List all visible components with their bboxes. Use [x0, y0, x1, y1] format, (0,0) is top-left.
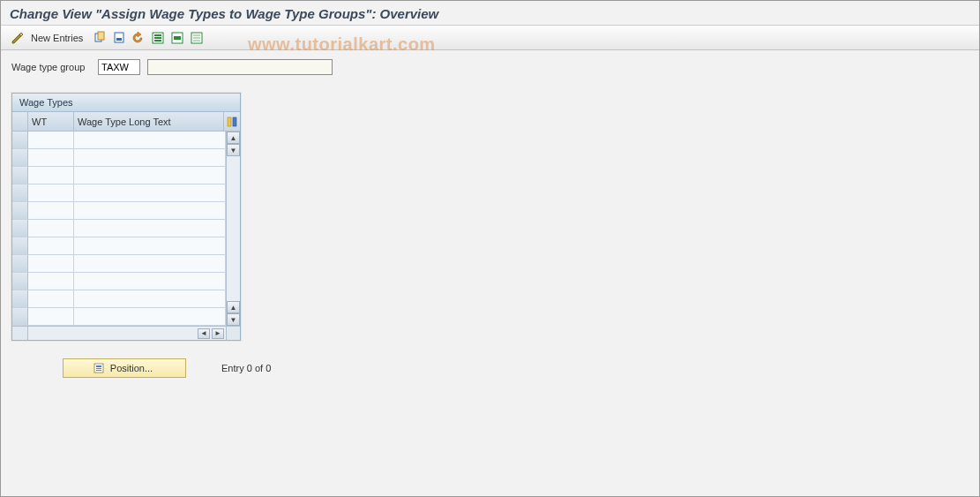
svg-rect-9	[174, 36, 181, 40]
table-row	[12, 290, 226, 308]
select-all-column[interactable]	[12, 112, 28, 131]
table-row	[12, 273, 226, 290]
row-selector[interactable]	[12, 202, 28, 220]
svg-rect-17	[96, 365, 101, 367]
row-selector[interactable]	[12, 237, 28, 255]
scroll-down-step-icon[interactable]: ▼	[227, 144, 240, 156]
svg-rect-2	[115, 33, 123, 42]
svg-rect-12	[193, 37, 200, 39]
table-row	[12, 167, 226, 184]
new-entries-button[interactable]: New Entries	[29, 33, 88, 43]
wage-types-panel: Wage Types WT Wage Type Long Text	[11, 93, 241, 341]
cell-long-text[interactable]	[74, 167, 226, 184]
scroll-up-step-icon[interactable]: ▲	[227, 301, 240, 313]
cell-wt[interactable]	[28, 167, 74, 184]
hscroll-track[interactable]: ◄ ►	[28, 327, 226, 340]
position-button[interactable]: Position...	[63, 358, 186, 378]
cell-wt[interactable]	[28, 308, 74, 326]
svg-rect-3	[116, 38, 122, 41]
svg-rect-6	[154, 37, 161, 39]
svg-rect-5	[154, 34, 161, 36]
rows-area	[12, 132, 226, 326]
wage-type-group-desc-input[interactable]	[147, 59, 333, 75]
table-row	[12, 149, 226, 167]
copy-icon[interactable]	[92, 30, 108, 46]
table-header-row: WT Wage Type Long Text	[12, 112, 240, 132]
cell-long-text[interactable]	[74, 132, 226, 149]
position-button-label: Position...	[110, 363, 153, 373]
cell-long-text[interactable]	[74, 202, 226, 220]
cell-long-text[interactable]	[74, 237, 226, 255]
deselect-all-icon[interactable]	[189, 30, 205, 46]
select-block-icon[interactable]	[169, 30, 185, 46]
position-icon	[93, 362, 105, 374]
toggle-display-change-icon[interactable]	[10, 30, 26, 46]
cell-wt[interactable]	[28, 202, 74, 220]
table-row	[12, 237, 226, 255]
table-row	[12, 132, 226, 149]
table-row	[12, 184, 226, 202]
table-row	[12, 308, 226, 326]
table-row	[12, 202, 226, 220]
cell-long-text[interactable]	[74, 220, 226, 237]
cell-wt[interactable]	[28, 149, 74, 167]
entry-count-text: Entry 0 of 0	[221, 363, 271, 373]
hscroll-spacer	[12, 327, 28, 340]
wage-type-group-label: Wage type group	[11, 62, 91, 72]
cell-wt[interactable]	[28, 255, 74, 273]
cell-long-text[interactable]	[74, 149, 226, 167]
wage-types-table: WT Wage Type Long Text	[12, 112, 240, 340]
configure-columns-icon[interactable]	[224, 112, 240, 131]
wage-type-group-input[interactable]	[98, 59, 140, 75]
row-selector[interactable]	[12, 273, 28, 290]
cell-wt[interactable]	[28, 184, 74, 202]
scroll-right-icon[interactable]: ►	[212, 328, 224, 339]
title-bar: Change View "Assign Wage Types to Wage T…	[1, 1, 979, 26]
table-row	[12, 220, 226, 237]
horizontal-scrollbar[interactable]: ◄ ►	[12, 326, 240, 340]
page-title: Change View "Assign Wage Types to Wage T…	[10, 6, 438, 21]
cell-long-text[interactable]	[74, 273, 226, 290]
vertical-scrollbar[interactable]: ▲ ▼ ▲ ▼	[226, 132, 240, 326]
scroll-down-icon[interactable]: ▼	[227, 313, 240, 326]
svg-rect-19	[96, 370, 101, 371]
row-selector[interactable]	[12, 167, 28, 184]
form-area: Wage type group	[1, 50, 979, 84]
svg-rect-7	[154, 40, 161, 41]
row-selector[interactable]	[12, 149, 28, 167]
cell-wt[interactable]	[28, 273, 74, 290]
row-selector[interactable]	[12, 220, 28, 237]
svg-rect-18	[96, 368, 101, 369]
table-row	[12, 255, 226, 273]
cell-long-text[interactable]	[74, 255, 226, 273]
cell-wt[interactable]	[28, 220, 74, 237]
row-selector[interactable]	[12, 290, 28, 308]
column-header-long-text[interactable]: Wage Type Long Text	[74, 112, 224, 131]
cell-long-text[interactable]	[74, 290, 226, 308]
row-selector[interactable]	[12, 184, 28, 202]
scroll-up-icon[interactable]: ▲	[227, 132, 240, 144]
table-body: ▲ ▼ ▲ ▼	[12, 132, 240, 326]
cell-long-text[interactable]	[74, 184, 226, 202]
cell-wt[interactable]	[28, 237, 74, 255]
footer-row: Position... Entry 0 of 0	[1, 350, 979, 387]
svg-rect-11	[193, 34, 200, 36]
svg-rect-15	[233, 117, 236, 126]
row-selector[interactable]	[12, 255, 28, 273]
select-all-icon[interactable]	[150, 30, 166, 46]
row-selector[interactable]	[12, 308, 28, 326]
svg-rect-13	[193, 40, 200, 41]
column-header-wt[interactable]: WT	[28, 112, 74, 131]
cell-wt[interactable]	[28, 132, 74, 149]
scroll-left-icon[interactable]: ◄	[198, 328, 210, 339]
svg-rect-14	[228, 117, 231, 126]
application-toolbar: New Entries	[1, 26, 979, 50]
undo-icon[interactable]	[131, 30, 146, 46]
delete-icon[interactable]	[111, 30, 127, 46]
cell-wt[interactable]	[28, 290, 74, 308]
row-selector[interactable]	[12, 132, 28, 149]
cell-long-text[interactable]	[74, 308, 226, 326]
scrollbar-corner	[226, 327, 240, 340]
svg-rect-1	[98, 32, 104, 40]
wage-type-group-row: Wage type group	[11, 59, 969, 75]
